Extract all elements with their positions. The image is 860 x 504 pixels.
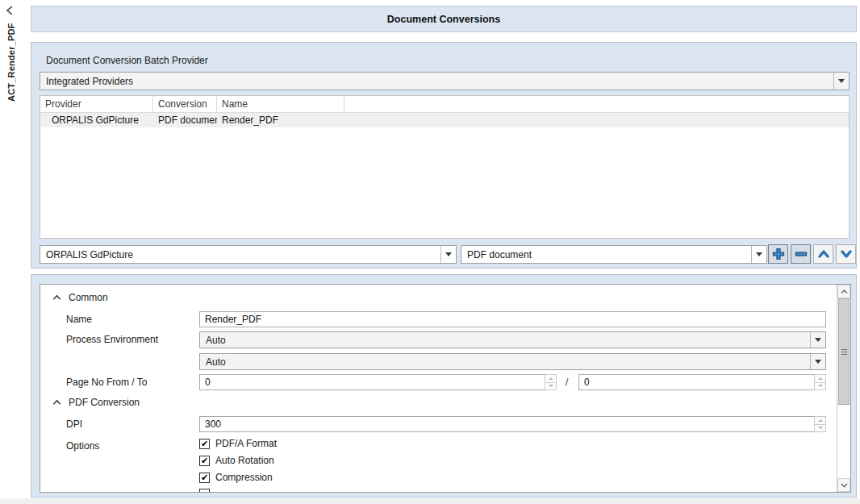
process-environment-label: Process Environment (66, 334, 158, 345)
stepper-up-icon[interactable] (814, 374, 826, 383)
checkbox-auto-rotation[interactable]: ✔ Auto Rotation (199, 455, 274, 466)
chevron-up-icon (817, 248, 830, 260)
column-header-conversion[interactable]: Conversion (153, 96, 217, 112)
scroll-up-icon (841, 289, 848, 294)
dropdown-arrow-icon[interactable] (810, 332, 825, 348)
checkbox-compression[interactable]: ✔ Compression (199, 472, 273, 483)
provider-dropdown-value: ORPALIS GdPicture (40, 249, 440, 260)
dropdown-arrow-icon[interactable] (751, 246, 766, 263)
stepper-down-icon[interactable] (814, 383, 826, 391)
move-down-button[interactable] (836, 244, 856, 264)
row-provider-cell: ORPALIS GdPicture (40, 115, 153, 126)
checkbox-label: Auto Rotation (215, 455, 274, 466)
scroll-down-icon (841, 483, 848, 488)
checkbox-checked-icon[interactable]: ✔ (199, 456, 210, 466)
page-title: Document Conversions (31, 6, 857, 32)
dpi-stepper[interactable] (814, 416, 826, 432)
name-label: Name (66, 314, 92, 325)
row-name-cell: Render_PDF (217, 115, 344, 126)
conversion-dropdown-value: PDF document (461, 249, 751, 260)
properties-panel: Common Name Process Environment Auto Aut… (31, 274, 857, 498)
dpi-label: DPI (66, 419, 82, 430)
remove-provider-button[interactable] (791, 244, 811, 264)
dropdown-arrow-icon[interactable] (810, 354, 825, 369)
stepper-down-icon[interactable] (814, 425, 826, 433)
plus-icon (772, 248, 785, 260)
process-environment-dropdown[interactable]: Auto (199, 331, 826, 348)
scrollbar-track[interactable] (837, 298, 850, 478)
page-range-label: Page No From / To (66, 377, 148, 388)
name-field[interactable] (199, 311, 826, 327)
dropdown-arrow-icon[interactable] (440, 246, 456, 263)
table-row[interactable]: ORPALIS GdPicture PDF document Render_PD… (40, 113, 849, 127)
add-provider-button[interactable] (768, 244, 788, 264)
dropdown-arrow-icon[interactable] (833, 73, 849, 90)
process-environment-value: Auto (200, 335, 810, 346)
providers-table-header: Provider Conversion Name (40, 96, 849, 113)
options-label: Options (66, 440, 99, 452)
provider-source-dropdown[interactable]: Integrated Providers (40, 72, 850, 90)
page-from-field[interactable] (199, 374, 557, 390)
section-header-common[interactable]: Common (52, 292, 108, 303)
column-header-provider[interactable]: Provider (40, 96, 153, 112)
page-range-separator: / (566, 377, 568, 388)
properties-scrollbar[interactable] (837, 285, 850, 492)
providers-table: Provider Conversion Name ORPALIS GdPictu… (40, 95, 850, 239)
checkbox-checked-icon[interactable]: ✔ (199, 439, 210, 449)
page-to-field[interactable] (578, 374, 826, 390)
process-environment-secondary-value: Auto (200, 356, 810, 368)
chevron-up-icon (52, 399, 61, 406)
move-up-button[interactable] (813, 244, 833, 264)
column-header-empty (344, 96, 849, 112)
sidebar-tab-act-render-pdf[interactable]: ACT_Render_PDF (2, 21, 20, 102)
process-environment-secondary-dropdown[interactable]: Auto (199, 353, 826, 370)
page-to-stepper[interactable] (814, 374, 826, 390)
row-conversion-cell: PDF document (153, 115, 217, 126)
conversion-dropdown[interactable]: PDF document (461, 245, 767, 264)
scrollbar-thumb[interactable] (838, 298, 850, 405)
app-window: ACT_Render_PDF Document Conversions Docu… (0, 0, 860, 504)
page-to-input[interactable] (579, 375, 825, 389)
checkbox-icon[interactable]: ✔ (199, 489, 210, 493)
checkbox-label: Compression (215, 472, 273, 483)
batch-provider-label: Document Conversion Batch Provider (46, 55, 208, 66)
name-input[interactable] (200, 312, 825, 327)
scrollbar-up-button[interactable] (837, 285, 850, 298)
batch-provider-panel: Document Conversion Batch Provider Integ… (31, 42, 857, 269)
page-from-input[interactable] (200, 375, 556, 389)
scrollbar-grip-icon (841, 349, 847, 355)
chevron-down-icon (840, 248, 853, 260)
provider-source-value: Integrated Providers (40, 76, 833, 87)
collapse-panel-icon[interactable] (5, 5, 15, 16)
checkbox-pdfa-format[interactable]: ✔ PDF/A Format (199, 438, 277, 449)
section-title: Common (69, 292, 108, 303)
checkbox-checked-icon[interactable]: ✔ (199, 473, 210, 483)
section-header-pdf-conversion[interactable]: PDF Conversion (52, 397, 140, 408)
chevron-up-icon (52, 294, 61, 301)
properties-form: Common Name Process Environment Auto Aut… (40, 284, 851, 493)
scrollbar-down-button[interactable] (837, 478, 850, 492)
window-bottom-edge (0, 498, 860, 504)
dpi-input[interactable] (200, 417, 825, 431)
page-from-stepper[interactable] (545, 374, 557, 390)
column-header-name[interactable]: Name (217, 96, 344, 112)
provider-dropdown[interactable]: ORPALIS GdPicture (40, 245, 457, 264)
minus-icon (795, 248, 808, 260)
stepper-up-icon[interactable] (814, 416, 826, 425)
checkbox-label: PDF/A Format (215, 438, 277, 449)
stepper-down-icon[interactable] (545, 383, 557, 391)
dpi-field[interactable] (199, 416, 826, 432)
checkbox-partial[interactable]: ✔ (199, 489, 210, 493)
stepper-up-icon[interactable] (545, 374, 557, 383)
section-title: PDF Conversion (69, 397, 140, 408)
